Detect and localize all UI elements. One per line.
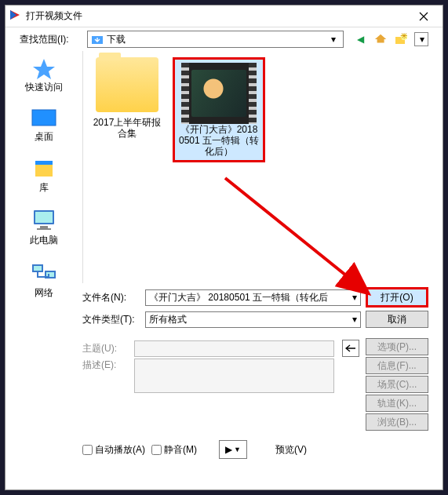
place-label: 库 — [39, 181, 49, 195]
new-folder-icon[interactable]: ✳ — [394, 32, 408, 46]
place-this-pc[interactable]: 此电脑 — [30, 209, 58, 247]
chevron-down-icon: ▾ — [352, 314, 357, 325]
place-desktop[interactable]: 桌面 — [31, 108, 57, 144]
play-button[interactable]: ▶ ▼ — [219, 440, 247, 459]
svg-rect-22 — [34, 266, 42, 271]
file-item-folder[interactable]: 2017上半年研报合集 — [89, 57, 165, 139]
svg-marker-10 — [33, 59, 55, 79]
info-button[interactable]: 信息(F)... — [366, 357, 428, 374]
desc-input[interactable] — [134, 359, 334, 393]
app-icon — [9, 9, 21, 24]
cancel-button[interactable]: 取消 — [366, 311, 428, 328]
scene-button[interactable]: 场景(C)... — [366, 376, 428, 393]
back-arrow-button[interactable] — [342, 340, 359, 357]
bottom-panel: 文件名(N): 《开门大吉》 20180501 五一特辑（转化后 ▾ 打开(O)… — [5, 283, 443, 467]
place-label: 桌面 — [35, 130, 53, 144]
svg-rect-11 — [32, 110, 56, 126]
file-name: 《开门大吉》20180501 五一特辑（转化后） — [178, 124, 260, 157]
autoplay-checkbox[interactable]: 自动播放(A) — [82, 443, 145, 457]
video-thumbnail — [181, 63, 257, 124]
subject-input[interactable] — [134, 340, 334, 357]
filename-value: 《开门大吉》 20180501 五一特辑（转化后 — [149, 291, 328, 304]
dropdown-caret-icon: ▾ — [327, 34, 340, 45]
file-list[interactable]: 2017上半年研报合集 《开门大吉》20180501 五一特辑（转化后） — [82, 51, 443, 283]
svg-rect-19 — [37, 228, 51, 230]
lookin-value: 下载 — [107, 33, 327, 46]
dialog-title: 打开视频文件 — [26, 9, 408, 23]
svg-rect-13 — [35, 164, 53, 177]
place-libraries[interactable]: 库 — [31, 158, 57, 195]
browse-button[interactable]: 浏览(B)... — [366, 413, 428, 431]
mute-checkbox[interactable]: 静音(M) — [151, 443, 197, 457]
toolbar: 查找范围(I): 下载 ▾ ◀ ✳ ▾ — [5, 27, 443, 51]
preview-label: 预览(V) — [275, 443, 307, 457]
svg-rect-17 — [35, 212, 53, 223]
view-mode-button[interactable]: ▾ — [414, 32, 428, 46]
places-bar: 快速访问 桌面 库 此电脑 网络 — [5, 51, 82, 283]
open-file-dialog: 打开视频文件 查找范围(I): 下载 ▾ ◀ ✳ ▾ 快速访问 — [5, 5, 443, 490]
place-label: 此电脑 — [30, 234, 58, 247]
place-label: 快速访问 — [25, 81, 63, 94]
mute-label: 静音(M) — [164, 443, 197, 457]
lookin-combo[interactable]: 下载 ▾ — [87, 31, 344, 48]
filename-label: 文件名(N): — [82, 291, 140, 304]
place-quick-access[interactable]: 快速访问 — [25, 57, 63, 94]
place-network[interactable]: 网络 — [31, 261, 57, 300]
svg-text:✳: ✳ — [400, 33, 407, 42]
filetype-value: 所有格式 — [149, 313, 187, 326]
side-buttons: 选项(P)... 信息(F)... 场景(C)... 轨道(K)... 浏览(B… — [366, 338, 428, 431]
chevron-down-icon: ▾ — [420, 32, 424, 46]
file-item-video-selected[interactable]: 《开门大吉》20180501 五一特辑（转化后） — [173, 57, 265, 162]
svg-marker-1 — [10, 10, 16, 20]
track-button[interactable]: 轨道(K)... — [366, 395, 428, 412]
svg-rect-18 — [40, 226, 48, 228]
place-label: 网络 — [35, 286, 53, 300]
download-folder-icon — [91, 33, 104, 45]
autoplay-label: 自动播放(A) — [95, 443, 145, 457]
close-button[interactable] — [408, 7, 439, 26]
up-icon[interactable] — [373, 32, 388, 46]
svg-rect-15 — [35, 161, 53, 165]
desc-label: 描述(E): — [82, 359, 129, 372]
subject-label: 主题(U): — [82, 342, 129, 355]
file-name: 2017上半年研报合集 — [89, 117, 165, 139]
options-button[interactable]: 选项(P)... — [366, 338, 428, 355]
open-button[interactable]: 打开(O) — [366, 287, 428, 308]
filetype-combo[interactable]: 所有格式 ▾ — [145, 311, 361, 328]
back-icon[interactable]: ◀ — [353, 32, 367, 46]
lookin-label: 查找范围(I): — [20, 33, 84, 46]
filename-input[interactable]: 《开门大吉》 20180501 五一特辑（转化后 ▾ — [145, 289, 361, 306]
folder-icon — [96, 57, 158, 112]
chevron-down-icon: ▾ — [352, 292, 357, 303]
titlebar: 打开视频文件 — [5, 5, 443, 27]
filetype-label: 文件类型(T): — [82, 313, 140, 326]
